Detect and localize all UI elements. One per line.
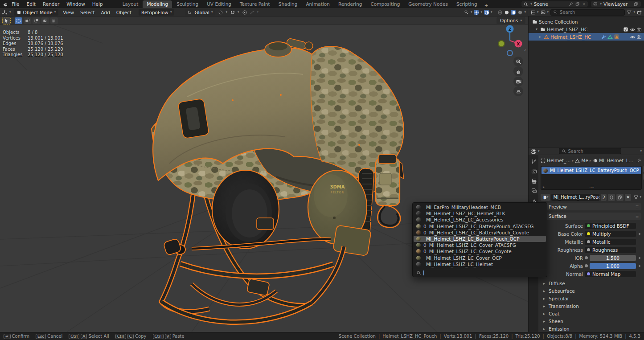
tweak-tool-button[interactable] — [3, 17, 10, 24]
tab-compositing[interactable]: Compositing — [367, 0, 404, 8]
camera-view-button[interactable] — [513, 77, 523, 86]
material-option[interactable]: 0MI_Helmet_LSHZ_LC_BatteryPouch_Coyote — [413, 229, 547, 236]
new-material-button[interactable] — [616, 194, 623, 201]
snap-target-icon[interactable] — [218, 10, 223, 15]
menu-add[interactable]: Add — [99, 10, 112, 15]
material-name-field[interactable]: MI_Helmet_L...ryPouch_OCP — [551, 194, 600, 201]
menu-edit[interactable]: Edit — [24, 1, 39, 7]
material-slot-list[interactable]: MI_Helmet_LSHZ_LC_BatteryPouch_OCP ▸ ∷∷ — [541, 166, 642, 190]
tab-render-icon[interactable] — [531, 168, 536, 173]
checkbox-icon[interactable] — [623, 27, 628, 32]
base-color-field[interactable]: Multiply — [585, 231, 636, 237]
shading-material-icon[interactable] — [511, 10, 516, 15]
properties-search-input[interactable] — [568, 149, 619, 154]
tab-uv-editing[interactable]: UV Editing — [203, 0, 235, 8]
navigation-gizmo[interactable]: Z X — [494, 21, 526, 57]
viewlayer-selector[interactable]: ▾ ViewLayer — [591, 1, 641, 7]
surface-shader-field[interactable]: Principled BSDF — [585, 223, 636, 229]
pin-icon[interactable] — [569, 2, 574, 7]
tab-tool-icon[interactable] — [531, 159, 536, 164]
properties-search[interactable] — [559, 148, 621, 154]
tab-rendering[interactable]: Rendering — [334, 0, 366, 8]
zoom-view-button[interactable] — [513, 57, 523, 66]
roughness-field[interactable]: Roughness — [585, 247, 636, 253]
editor-type-icon[interactable] — [2, 10, 7, 15]
panel-preview[interactable]: ▸ Preview ☰ — [541, 203, 641, 210]
tab-output-icon[interactable] — [531, 178, 536, 183]
tab-modeling[interactable]: Modeling — [143, 0, 172, 8]
snap-magnet-icon[interactable] — [230, 10, 235, 15]
mode-selector[interactable]: Object Mode ▾ — [14, 9, 59, 16]
expand-icon[interactable]: ▸ — [538, 35, 542, 39]
breadcrumb-material[interactable]: MI_Helmet_LSHZ... — [599, 158, 635, 163]
fake-user-shield-button[interactable] — [608, 194, 615, 201]
disable-render-camera-icon[interactable] — [636, 27, 641, 32]
menu-window[interactable]: Window — [63, 1, 88, 7]
3d-viewport[interactable]: 3DMA PELTOR — [0, 16, 528, 332]
unlink-material-button[interactable]: ✕ — [625, 194, 631, 201]
shading-rendered-icon[interactable] — [517, 10, 522, 15]
menu-render[interactable]: Render — [40, 1, 62, 7]
show-overlays-icon[interactable] — [474, 10, 479, 15]
display-mode-icon[interactable] — [541, 10, 546, 15]
filter-icon[interactable] — [627, 10, 632, 15]
retopoflow-menu[interactable]: RetopoFlow ▾ — [139, 9, 174, 16]
select-extend-button[interactable] — [24, 17, 31, 24]
proportional-editing-icon[interactable] — [242, 10, 247, 15]
outliner-search-input[interactable] — [560, 10, 622, 15]
menu-help[interactable]: Help — [89, 1, 106, 7]
tab-layout[interactable]: Layout — [119, 0, 143, 8]
filter-icon[interactable] — [633, 195, 638, 200]
panel-sheen[interactable]: ▸Sheen — [541, 317, 641, 325]
panel-coat[interactable]: ▸Coat — [541, 310, 641, 317]
modifier-wrench-icon[interactable] — [601, 34, 606, 39]
decorator-dot[interactable] — [639, 233, 640, 235]
material-option-highlighted[interactable]: MI_Helmet_LSHZ_LC_BatteryPouch_OCP — [414, 236, 546, 242]
menu-file[interactable]: File — [8, 1, 23, 7]
outliner-row-scene-collection[interactable]: Scene Collection — [529, 18, 644, 25]
outliner-row-object-active[interactable]: ▸ Helmet_LSHZ_HC — [529, 33, 644, 41]
select-subtract-button[interactable] — [33, 17, 40, 24]
material-option[interactable]: MI_EarPro_MilitaryHeadset_MCB — [413, 204, 547, 210]
tab-texture-paint[interactable]: Texture Paint — [236, 0, 274, 8]
material-option[interactable]: 0MI_Helmet_LSHZ_LC_BatteryPouch_ATACSFG — [413, 223, 547, 229]
panel-surface[interactable]: ▾ Surface ☰ — [541, 213, 641, 220]
material-data-icon[interactable] — [614, 34, 619, 39]
users-count-button[interactable]: 2 — [601, 194, 607, 201]
breadcrumb-mesh[interactable]: Me — [581, 158, 588, 163]
new-scene-icon[interactable] — [575, 2, 580, 7]
material-option[interactable]: 0MI_Helmet_LSHZ_LC_Cover_ATACSFG — [413, 242, 547, 248]
panel-grip[interactable]: ☰ — [636, 214, 639, 218]
hide-eye-icon[interactable] — [630, 27, 635, 32]
tab-viewlayer-icon[interactable] — [531, 188, 536, 193]
menu-select[interactable]: Select — [78, 10, 96, 15]
panel-specular[interactable]: ▸Specular — [541, 295, 641, 302]
scene-selector[interactable]: ▾ Scene ✕ — [521, 1, 588, 7]
menu-view[interactable]: View — [61, 10, 76, 15]
select-box-button[interactable] — [15, 17, 22, 24]
material-option[interactable]: 0MI_Helmet_LSHZ_LC_Cover_Coyote — [413, 248, 547, 254]
outliner-editor-icon[interactable] — [530, 10, 535, 15]
panel-transmission[interactable]: ▸Transmission — [541, 302, 641, 310]
properties-editor-icon[interactable] — [531, 149, 536, 154]
material-search-field[interactable] — [413, 269, 547, 277]
pin-icon[interactable] — [636, 158, 641, 163]
tab-sculpting[interactable]: Sculpting — [172, 0, 202, 8]
blender-logo-icon[interactable] — [3, 2, 8, 7]
add-workspace-button[interactable]: + — [482, 3, 491, 8]
show-gizmo-icon[interactable] — [464, 10, 469, 15]
material-option[interactable]: MI_Helmet_LSHZ_HC_Helmet_BLK — [413, 210, 547, 217]
select-invert-button[interactable] — [41, 17, 49, 24]
material-option[interactable]: MI_Helmet_LSHZ_LC_Cover_OCP — [413, 255, 547, 261]
ior-slider[interactable]: 1.500 — [590, 255, 636, 261]
metallic-field[interactable]: Metallic — [585, 239, 636, 245]
normal-field[interactable]: Normal Map — [585, 271, 636, 277]
material-option[interactable]: MI_Helmet_LSHZ_LC_Accessories — [413, 217, 547, 223]
shading-wireframe-icon[interactable] — [497, 10, 502, 15]
transform-orientation[interactable]: Global ▾ — [185, 9, 215, 16]
shading-solid-icon[interactable] — [504, 10, 509, 15]
breadcrumb-object[interactable]: Helmet_... — [547, 158, 570, 163]
decorator-dot[interactable] — [639, 265, 640, 267]
tab-shading[interactable]: Shading — [275, 0, 302, 8]
new-collection-icon[interactable] — [637, 10, 642, 15]
